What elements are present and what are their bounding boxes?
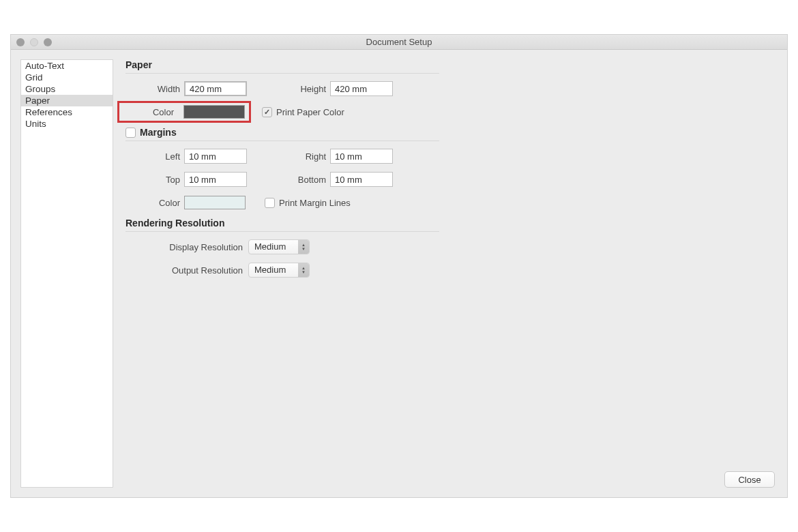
maximize-window-icon[interactable]: [44, 38, 52, 46]
window-body: Auto-Text Grid Groups Paper References U…: [11, 50, 787, 497]
sidebar-item-auto-text[interactable]: Auto-Text: [21, 60, 113, 72]
width-input[interactable]: [184, 81, 247, 96]
height-input[interactable]: [330, 81, 393, 96]
right-input[interactable]: [330, 149, 393, 164]
print-paper-color-checkbox[interactable]: [262, 107, 272, 117]
paper-size-row: Width Height: [125, 80, 769, 97]
content-pane: Paper Width Height Color Print Paper Col…: [125, 59, 778, 488]
sidebar: Auto-Text Grid Groups Paper References U…: [20, 59, 113, 488]
output-resolution-label: Output Resolution: [125, 265, 248, 276]
width-label: Width: [125, 84, 184, 94]
minimize-window-icon[interactable]: [30, 38, 38, 46]
output-resolution-row: Output Resolution Medium ▲▼: [125, 262, 769, 278]
paper-color-swatch[interactable]: [183, 105, 245, 119]
sidebar-item-paper[interactable]: Paper: [21, 95, 113, 106]
chevron-updown-icon: ▲▼: [298, 240, 309, 254]
margins-lr-row: Left Right: [125, 148, 769, 164]
paper-color-row: Color Print Paper Color: [125, 104, 769, 120]
height-label: Height: [265, 84, 330, 94]
paper-section-header: Paper: [125, 59, 769, 70]
window-title: Document Setup: [11, 37, 787, 47]
right-label: Right: [265, 151, 330, 162]
margins-color-row: Color Print Margin Lines: [125, 194, 769, 211]
left-label: Left: [125, 151, 184, 162]
divider: [125, 73, 439, 74]
top-label: Top: [125, 175, 184, 185]
left-input[interactable]: [184, 149, 247, 164]
margin-color-swatch[interactable]: [184, 196, 246, 209]
close-window-icon[interactable]: [16, 38, 25, 46]
margins-enable-checkbox[interactable]: [125, 128, 136, 138]
top-input[interactable]: [184, 172, 247, 187]
sidebar-item-groups[interactable]: Groups: [21, 83, 113, 95]
print-paper-color-label: Print Paper Color: [276, 107, 344, 117]
sidebar-item-grid[interactable]: Grid: [21, 72, 113, 83]
display-resolution-row: Display Resolution Medium ▲▼: [125, 239, 769, 255]
margins-section-row: Margins: [125, 127, 769, 138]
divider: [125, 231, 439, 232]
display-resolution-select[interactable]: Medium ▲▼: [248, 239, 310, 254]
chevron-updown-icon: ▲▼: [298, 263, 309, 277]
divider: [125, 141, 439, 141]
output-resolution-select[interactable]: Medium ▲▼: [248, 263, 310, 278]
close-button[interactable]: Close: [724, 471, 775, 488]
bottom-label: Bottom: [265, 175, 330, 185]
print-margin-lines-checkbox[interactable]: [265, 198, 275, 208]
rendering-section-header: Rendering Resolution: [125, 218, 769, 228]
highlighted-color-area: Color: [117, 101, 251, 123]
document-setup-window: Document Setup Auto-Text Grid Groups Pap…: [10, 34, 788, 498]
paper-color-label: Color: [128, 107, 178, 117]
titlebar: Document Setup: [11, 35, 787, 50]
margins-section-header: Margins: [140, 127, 177, 138]
margins-tb-row: Top Bottom: [125, 171, 769, 188]
display-resolution-label: Display Resolution: [125, 242, 248, 252]
sidebar-item-units[interactable]: Units: [21, 118, 113, 130]
bottom-input[interactable]: [330, 172, 393, 187]
sidebar-item-references[interactable]: References: [21, 106, 113, 118]
margin-color-label: Color: [125, 198, 184, 208]
print-margin-lines-label: Print Margin Lines: [279, 198, 351, 208]
traffic-lights: [16, 38, 52, 46]
